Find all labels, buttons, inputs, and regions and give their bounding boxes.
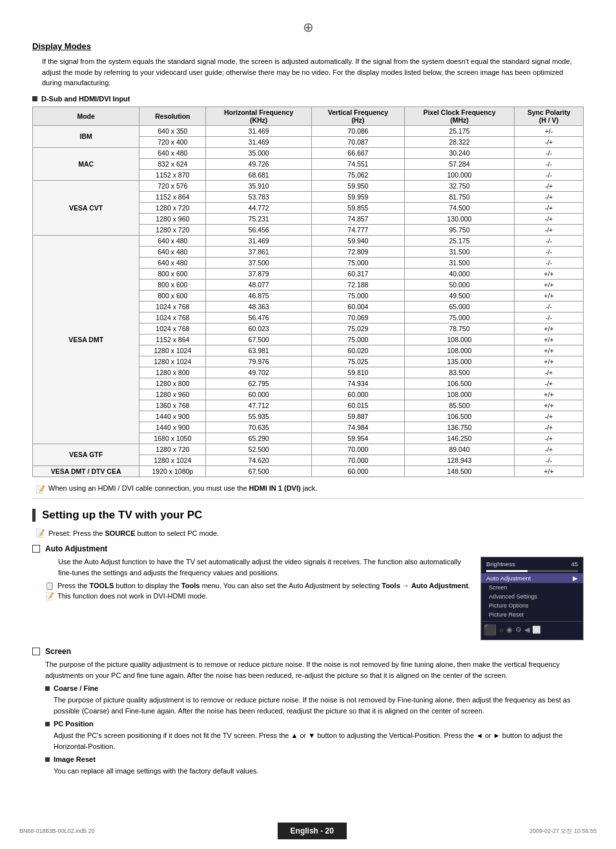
pfreq-cell: 40.000 [404,268,514,279]
hfreq-cell: 37.879 [206,268,311,279]
col-vfreq: Vertical Frequency(Hz) [311,107,404,125]
vfreq-cell: 70.069 [311,312,404,323]
pfreq-cell: 78.750 [404,323,514,334]
image-reset-label: Image Reset [54,755,96,763]
hfreq-cell: 35.910 [206,180,311,191]
hfreq-cell: 75.231 [206,213,311,224]
pfreq-cell: 89.040 [404,444,514,455]
tools-note-text-1: Press the TOOLS button to display the To… [57,582,470,589]
tools-note-2: 📝 This function does not work in DVI-HDM… [45,592,471,600]
tv-menu-screen[interactable]: Screen [481,583,583,592]
screen-checkbox-icon [32,648,40,655]
resolution-cell: 1280 x 720 [139,224,206,235]
auto-adjustment-label: Auto Adjustment [45,544,107,553]
screen-label: Screen [45,647,71,656]
vfreq-cell: 75.062 [311,169,404,180]
sync-cell: +/- [514,125,583,136]
footer-right-text: 2009-02-27 오전 10:56:55 [529,827,597,835]
resolution-cell: 640 x 480 [139,246,206,257]
vfreq-cell: 75.000 [311,290,404,301]
sync-cell: +/+ [514,334,583,345]
pfreq-cell: 106.500 [404,378,514,389]
hfreq-cell: 48.077 [206,279,311,290]
resolution-cell: 1152 x 864 [139,191,206,202]
sync-cell: +/+ [514,400,583,411]
pfreq-cell: 31.500 [404,246,514,257]
hfreq-cell: 46.875 [206,290,311,301]
pfreq-cell: 83.500 [404,367,514,378]
sync-cell: +/+ [514,268,583,279]
tv-menu-advanced-settings[interactable]: Advanced Settings [481,592,583,601]
tv-menu-picture-reset[interactable]: Picture Reset [481,610,583,619]
hfreq-cell: 56.456 [206,224,311,235]
pfreq-cell: 25.175 [404,125,514,136]
resolution-cell: 1440 x 900 [139,422,206,433]
dsub-hdmi-label: D-Sub and HDMI/DVI Input [41,95,130,103]
resolution-cell: 1280 x 720 [139,202,206,213]
pfreq-cell: 130.000 [404,213,514,224]
sync-cell: -/- [514,235,583,246]
auto-adjustment-text-block: Use the Auto Adjust function to have the… [45,557,471,640]
resolution-cell: 1280 x 800 [139,378,206,389]
vfreq-cell: 70.000 [311,455,404,465]
vfreq-cell: 70.000 [311,444,404,455]
checkbox-icon [32,545,40,553]
hdmi-note-text: When using an HDMI / DVI cable connectio… [48,484,317,493]
vfreq-cell: 70.087 [311,136,404,147]
pfreq-cell: 25.175 [404,235,514,246]
sync-cell: +/+ [514,290,583,301]
sync-cell: +/+ [514,279,583,290]
hfreq-cell: 37.500 [206,257,311,268]
display-modes-title: Display Modes [32,41,584,51]
hfreq-cell: 60.023 [206,323,311,334]
tv-slider [486,570,578,572]
vfreq-cell: 59.940 [311,235,404,246]
footer-center-text: English - 20 [278,823,347,839]
vfreq-cell: 59.950 [311,180,404,191]
resolution-cell: 1680 x 1050 [139,433,206,444]
preset-note-icon: 📝 [36,529,45,538]
vfreq-cell: 59.810 [311,367,404,378]
hfreq-cell: 62.795 [206,378,311,389]
resolution-cell: 1440 x 900 [139,411,206,422]
vfreq-cell: 74.984 [311,422,404,433]
preset-note-line: 📝 Preset: Press the SOURCE button to sel… [36,528,584,538]
display-modes-table: Mode Resolution Horizontal Frequency(KHz… [32,107,584,477]
tools-note-1: 📋 Press the TOOLS button to display the … [45,582,471,590]
sync-cell: -/- [514,158,583,169]
table-row: VESA DMT / DTV CEA1920 x 1080p67.50060.0… [33,465,584,476]
resolution-cell: 1280 x 1024 [139,455,206,465]
tv-slider-fill [486,570,528,572]
tv-menu-picture-options[interactable]: Picture Options [481,601,583,610]
footer-left-text: BN68-01883B-00L02.indb 20 [19,828,95,834]
sync-cell: +/+ [514,345,583,356]
pfreq-cell: 100.000 [404,169,514,180]
tv-arrow-icon: ▶ [573,575,578,582]
sync-cell: -/- [514,246,583,257]
sync-cell: +/+ [514,323,583,334]
pfreq-cell: 85.500 [404,400,514,411]
vfreq-cell: 72.809 [311,246,404,257]
hfreq-cell: 56.476 [206,312,311,323]
vfreq-cell: 74.777 [311,224,404,235]
resolution-cell: 1360 x 768 [139,400,206,411]
vfreq-cell: 74.934 [311,378,404,389]
hfreq-cell: 68.681 [206,169,311,180]
hfreq-cell: 47.712 [206,400,311,411]
hfreq-cell: 52.500 [206,444,311,455]
table-row: VESA GTF1280 x 72052.50070.00089.040-/+ [33,444,584,455]
hfreq-cell: 67.500 [206,334,311,345]
pfreq-cell: 108.000 [404,345,514,356]
hfreq-cell: 65.290 [206,433,311,444]
image-reset-body: You can replace all image settings with … [54,766,584,777]
resolution-cell: 640 x 480 [139,257,206,268]
hfreq-cell: 60.000 [206,389,311,400]
tv-menu-auto-adjustment[interactable]: Auto Adjustment ▶ [481,573,583,583]
sync-cell: -/+ [514,378,583,389]
auto-adjustment-title: Auto Adjustment [32,544,584,553]
pc-position-bullet [45,722,50,726]
pfreq-cell: 108.000 [404,389,514,400]
vfreq-cell: 60.020 [311,345,404,356]
resolution-cell: 1152 x 864 [139,334,206,345]
pfreq-cell: 31.500 [404,257,514,268]
